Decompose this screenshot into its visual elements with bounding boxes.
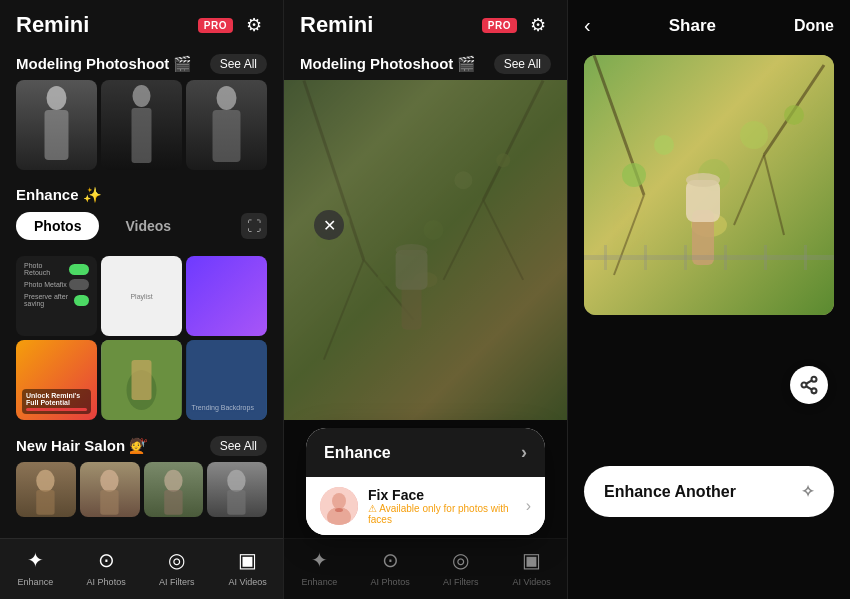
modeling-section-header: Modeling Photoshoot 🎬 See All — [0, 46, 283, 80]
svg-point-17 — [227, 470, 245, 492]
model-photo-3[interactable] — [186, 80, 267, 170]
done-button[interactable]: Done — [794, 17, 834, 35]
svg-point-11 — [36, 470, 54, 492]
photo-cell-1[interactable] — [101, 340, 182, 420]
ai-photos-nav-label: AI Photos — [87, 577, 126, 587]
enhanced-photo-inner — [584, 55, 834, 315]
hair-thumb-4[interactable] — [207, 462, 267, 517]
photos-tab[interactable]: Photos — [16, 212, 99, 240]
nav-enhance[interactable]: ✦ Enhance — [0, 547, 71, 587]
content-grid: Photo Retouch Photo Metafix Preserve aft… — [0, 256, 283, 420]
hair-section-header: New Hair Salon 💇 See All — [16, 432, 267, 462]
mid-content-area: ✕ Enhance › — [284, 80, 567, 599]
ai-videos-nav-label: AI Videos — [228, 577, 266, 587]
white-cell[interactable]: Playlist — [101, 256, 182, 336]
fix-face-avatar — [320, 487, 358, 525]
fix-face-row[interactable]: Fix Face ⚠ Available only for photos wit… — [306, 477, 545, 535]
middle-header: Remini PRO ⚙ — [284, 0, 567, 46]
modeling-see-all[interactable]: See All — [210, 54, 267, 74]
svg-point-48 — [784, 105, 804, 125]
svg-rect-3 — [132, 108, 152, 163]
tab-row: Photos Videos ⛶ — [16, 212, 267, 240]
share-title: Share — [669, 16, 716, 36]
modeling-title: Modeling Photoshoot 🎬 — [16, 55, 192, 73]
svg-line-65 — [806, 380, 812, 383]
yellow-cell[interactable]: Unlock Remini's Full Potential — [16, 340, 97, 420]
ai-filters-nav-icon: ◎ — [164, 547, 190, 573]
svg-rect-54 — [584, 255, 834, 260]
nav-ai-videos[interactable]: ▣ AI Videos — [212, 547, 283, 587]
svg-point-53 — [686, 173, 720, 187]
model-photo-1[interactable] — [16, 80, 97, 170]
svg-point-38 — [335, 508, 343, 512]
svg-point-2 — [133, 85, 151, 107]
svg-line-64 — [806, 386, 812, 389]
expand-icon[interactable]: ⛶ — [241, 213, 267, 239]
modal-close-button[interactable]: ✕ — [314, 210, 344, 240]
hair-section: New Hair Salon 💇 See All — [0, 424, 283, 523]
gear-icon[interactable]: ⚙ — [241, 12, 267, 38]
mid-modeling-header: Modeling Photoshoot 🎬 See All — [284, 46, 567, 80]
settings-cell[interactable]: Photo Retouch Photo Metafix Preserve aft… — [16, 256, 97, 336]
svg-rect-59 — [764, 245, 767, 270]
middle-app-title: Remini — [300, 12, 373, 38]
toggle-3[interactable] — [74, 295, 89, 306]
enhance-chevron-icon: › — [521, 442, 527, 463]
settings-row-3: Preserve after saving — [24, 293, 89, 307]
toggle-1[interactable] — [69, 264, 89, 275]
svg-rect-8 — [132, 360, 152, 400]
mid-modeling-title: Modeling Photoshoot 🎬 — [300, 55, 476, 73]
svg-point-15 — [164, 470, 182, 492]
svg-point-0 — [47, 86, 67, 110]
svg-point-46 — [654, 135, 674, 155]
hair-thumb-3[interactable] — [144, 462, 204, 517]
svg-point-13 — [100, 470, 118, 492]
nav-ai-photos[interactable]: ⊙ AI Photos — [71, 547, 142, 587]
svg-rect-58 — [724, 245, 727, 270]
svg-rect-14 — [100, 490, 118, 515]
modeling-photo-row — [0, 80, 283, 178]
main-enhanced-photo — [584, 55, 834, 315]
hair-row — [16, 462, 267, 517]
left-header-right: PRO ⚙ — [198, 12, 267, 38]
hair-title: New Hair Salon 💇 — [16, 437, 148, 455]
svg-point-47 — [740, 121, 768, 149]
svg-rect-60 — [804, 245, 807, 270]
photo-cell-2[interactable]: Trending Backdrops — [186, 340, 267, 420]
hair-thumb-2[interactable] — [80, 462, 140, 517]
hair-see-all[interactable]: See All — [210, 436, 267, 456]
pro-badge[interactable]: PRO — [198, 18, 233, 33]
hair-thumb-1[interactable] — [16, 462, 76, 517]
left-panel: Remini PRO ⚙ Modeling Photoshoot 🎬 See A… — [0, 0, 284, 599]
enhance-action-button[interactable]: Enhance › — [306, 428, 545, 477]
svg-rect-56 — [644, 245, 647, 270]
enhance-another-button[interactable]: Enhance Another ✧ — [584, 466, 834, 517]
svg-point-61 — [812, 377, 817, 382]
toggle-2[interactable] — [69, 279, 89, 290]
nav-ai-filters[interactable]: ◎ AI Filters — [142, 547, 213, 587]
svg-point-62 — [802, 383, 807, 388]
left-bottom-nav: ✦ Enhance ⊙ AI Photos ◎ AI Filters ▣ AI … — [0, 538, 283, 599]
main-photo-container — [568, 55, 850, 315]
svg-rect-12 — [36, 490, 54, 515]
svg-point-4 — [217, 86, 237, 110]
back-button[interactable]: ‹ — [584, 14, 591, 37]
fix-face-text: Fix Face ⚠ Available only for photos wit… — [368, 487, 516, 525]
fix-face-title: Fix Face — [368, 487, 516, 503]
purple-cell[interactable] — [186, 256, 267, 336]
enhance-title: Enhance ✨ — [16, 186, 267, 204]
middle-pro-badge[interactable]: PRO — [482, 18, 517, 33]
middle-gear-icon[interactable]: ⚙ — [525, 12, 551, 38]
svg-point-36 — [332, 493, 346, 509]
videos-tab[interactable]: Videos — [107, 212, 189, 240]
enhance-nav-label: Enhance — [18, 577, 54, 587]
fix-face-sub: ⚠ Available only for photos with faces — [368, 503, 516, 525]
share-fab-button[interactable] — [790, 366, 828, 404]
left-app-title: Remini — [16, 12, 89, 38]
fix-face-chevron-icon: › — [526, 497, 531, 515]
enhance-section: Enhance ✨ Photos Videos ⛶ — [0, 178, 283, 256]
sparkle-icon: ✧ — [801, 482, 814, 501]
model-photo-2[interactable] — [101, 80, 182, 170]
ai-videos-nav-icon: ▣ — [235, 547, 261, 573]
mid-see-all[interactable]: See All — [494, 54, 551, 74]
